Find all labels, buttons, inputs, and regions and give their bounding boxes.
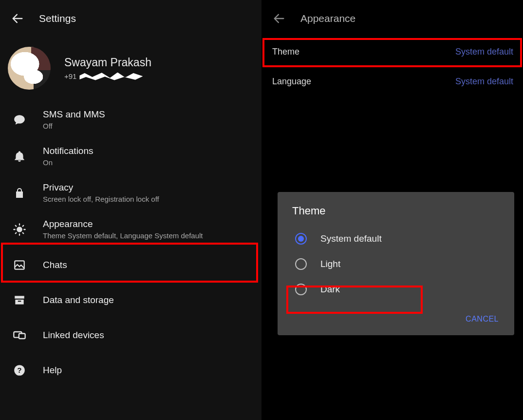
settings-item-privacy[interactable]: Privacy Screen lock off, Registration lo… [0, 174, 262, 211]
theme-option-light[interactable]: Light [292, 251, 505, 277]
svg-rect-6 [19, 334, 25, 339]
help-icon: ? [10, 364, 29, 377]
item-label: Chats [43, 260, 67, 270]
item-label: Linked devices [43, 330, 104, 341]
item-subtitle: Screen lock off, Registration lock off [43, 195, 159, 203]
setting-value: System default [455, 76, 513, 87]
item-label: Help [43, 365, 62, 376]
linked-devices-icon [10, 328, 29, 342]
appearance-header: Appearance [262, 0, 523, 37]
profile-name: Swayam Prakash [64, 56, 151, 69]
item-label: Notifications [43, 146, 93, 156]
setting-value: System default [455, 47, 513, 57]
setting-row-language[interactable]: Language System default [262, 67, 523, 96]
item-label: SMS and MMS [43, 109, 105, 120]
redacted-phone [79, 73, 143, 80]
item-subtitle: Off [43, 122, 105, 130]
option-label: Light [320, 259, 340, 269]
lock-icon [10, 187, 29, 199]
profile-text: Swayam Prakash +91 [64, 56, 151, 80]
archive-icon [10, 294, 29, 306]
option-label: System default [320, 233, 382, 244]
setting-key: Language [272, 76, 311, 87]
settings-item-appearance[interactable]: Appearance Theme System default, Languag… [0, 211, 262, 248]
sun-icon [10, 223, 29, 236]
dialog-title: Theme [292, 205, 505, 217]
item-subtitle: Theme System default, Language System de… [43, 231, 203, 240]
setting-key: Theme [272, 47, 299, 57]
svg-rect-2 [15, 296, 24, 298]
back-arrow-icon[interactable] [272, 12, 286, 25]
theme-dialog: Theme System default Light Dark CANCEL [278, 192, 514, 335]
profile-phone: +91 [64, 72, 151, 80]
avatar [8, 47, 51, 90]
profile-row[interactable]: Swayam Prakash +91 [0, 37, 262, 101]
image-icon [10, 259, 29, 271]
item-label: Data and storage [43, 295, 114, 305]
item-label: Appearance [43, 219, 203, 229]
setting-row-theme[interactable]: Theme System default [262, 37, 523, 67]
svg-point-0 [17, 227, 21, 231]
svg-text:?: ? [17, 366, 21, 374]
phone-prefix: +91 [64, 72, 76, 80]
settings-header: Settings [0, 0, 262, 37]
cancel-button[interactable]: CANCEL [459, 311, 505, 327]
theme-option-system-default[interactable]: System default [292, 226, 505, 251]
svg-rect-3 [15, 300, 23, 305]
page-title: Appearance [300, 13, 355, 24]
svg-rect-4 [18, 301, 21, 302]
chat-icon [10, 114, 29, 126]
appearance-screen: Appearance Theme System default Language… [262, 0, 523, 420]
settings-item-notifications[interactable]: Notifications On [0, 138, 262, 174]
option-label: Dark [320, 284, 340, 295]
back-arrow-icon[interactable] [11, 12, 24, 25]
radio-icon[interactable] [295, 233, 307, 245]
theme-option-dark[interactable]: Dark [292, 277, 505, 302]
radio-icon[interactable] [295, 284, 307, 295]
settings-item-data-storage[interactable]: Data and storage [0, 283, 262, 318]
radio-icon[interactable] [295, 258, 307, 270]
item-subtitle: On [43, 158, 93, 167]
item-label: Privacy [43, 182, 159, 193]
settings-item-linked-devices[interactable]: Linked devices [0, 318, 262, 353]
settings-item-chats[interactable]: Chats [0, 248, 262, 283]
settings-item-help[interactable]: ? Help [0, 353, 262, 388]
settings-item-sms[interactable]: SMS and MMS Off [0, 101, 262, 138]
settings-screen: Settings Swayam Prakash +91 SMS and MMS … [0, 0, 262, 420]
bell-icon [10, 150, 29, 163]
page-title: Settings [39, 13, 76, 24]
